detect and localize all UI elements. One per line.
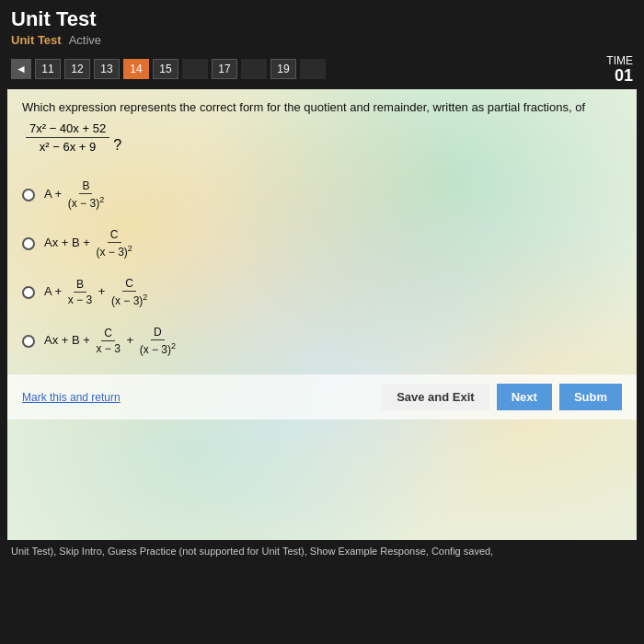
option-label-c: A + B x − 3 + C (x − 3)2 [44, 277, 150, 307]
time-display: TIME 01 [606, 54, 633, 84]
main-content: Which expression represents the correct … [7, 89, 637, 540]
top-bar: Unit Test Unit Test Active [0, 0, 644, 51]
nav-item-17[interactable]: 17 [212, 59, 237, 79]
fraction-denominator: x² − 6x + 9 [36, 138, 99, 154]
nav-bar: ◄ 11 12 13 14 15 17 19 TIME 01 [0, 51, 644, 89]
option-row-a: A + B (x − 3)2 [22, 179, 622, 210]
time-value: 01 [606, 67, 633, 84]
nav-prev-button[interactable]: ◄ [11, 59, 31, 79]
page-title: Unit Test [11, 7, 633, 31]
footer: Unit Test), Skip Intro, Guess Practice (… [0, 540, 644, 562]
question-fraction-row: 7x² − 40x + 52 x² − 6x + 9 ? [22, 121, 622, 168]
question-text: Which expression represents the correct … [22, 100, 622, 114]
footer-text: Unit Test), Skip Intro, Guess Practice (… [11, 546, 493, 557]
nav-item-19[interactable]: 19 [270, 59, 296, 79]
question-fraction: 7x² − 40x + 52 x² − 6x + 9 [26, 121, 109, 154]
next-button[interactable]: Next [497, 384, 552, 410]
frac-d1: C x − 3 [93, 327, 122, 355]
radio-d[interactable] [22, 335, 35, 348]
option-row-c: A + B x − 3 + C (x − 3)2 [22, 277, 622, 307]
question-mark: ? [113, 137, 121, 154]
mark-return-link[interactable]: Mark this and return [22, 391, 121, 404]
option-label-a: A + B (x − 3)2 [44, 179, 107, 210]
question-area: Which expression represents the correct … [7, 89, 637, 179]
action-buttons: Save and Exit Next Subm [382, 384, 622, 410]
option-row-b: Ax + B + C (x − 3)2 [22, 228, 622, 259]
nav-item-15[interactable]: 15 [153, 59, 178, 79]
time-label-text: TIME [606, 54, 633, 67]
nav-item-13[interactable]: 13 [94, 59, 120, 79]
nav-spacer-1 [182, 59, 208, 79]
breadcrumb-status: Active [69, 33, 101, 47]
breadcrumb-unit: Unit Test [11, 33, 62, 47]
submit-button[interactable]: Subm [559, 384, 622, 410]
option-label-b: Ax + B + C (x − 3)2 [44, 228, 135, 259]
radio-c[interactable] [22, 286, 35, 299]
frac-a: B (x − 3)2 [65, 179, 107, 210]
fraction-numerator: 7x² − 40x + 52 [26, 121, 109, 138]
nav-spacer-3 [300, 59, 326, 79]
option-row-d: Ax + B + C x − 3 + D (x − 3)2 [22, 326, 622, 356]
nav-item-14[interactable]: 14 [123, 59, 149, 79]
nav-spacer-2 [241, 59, 267, 79]
radio-b[interactable] [22, 237, 35, 250]
save-exit-button[interactable]: Save and Exit [382, 384, 489, 410]
frac-c1: B x − 3 [65, 278, 95, 306]
frac-b: C (x − 3)2 [93, 228, 134, 259]
bottom-action-bar: Mark this and return Save and Exit Next … [7, 374, 637, 420]
options-area: A + B (x − 3)2 Ax + B + C (x − 3)2 [7, 179, 637, 356]
frac-d2: D (x − 3)2 [137, 326, 178, 356]
radio-a[interactable] [22, 189, 35, 201]
option-label-d: Ax + B + C x − 3 + D (x − 3)2 [44, 326, 178, 356]
frac-c2: C (x − 3)2 [109, 277, 150, 307]
nav-item-12[interactable]: 12 [64, 59, 90, 79]
nav-item-11[interactable]: 11 [35, 59, 61, 79]
breadcrumb: Unit Test Active [11, 33, 633, 47]
